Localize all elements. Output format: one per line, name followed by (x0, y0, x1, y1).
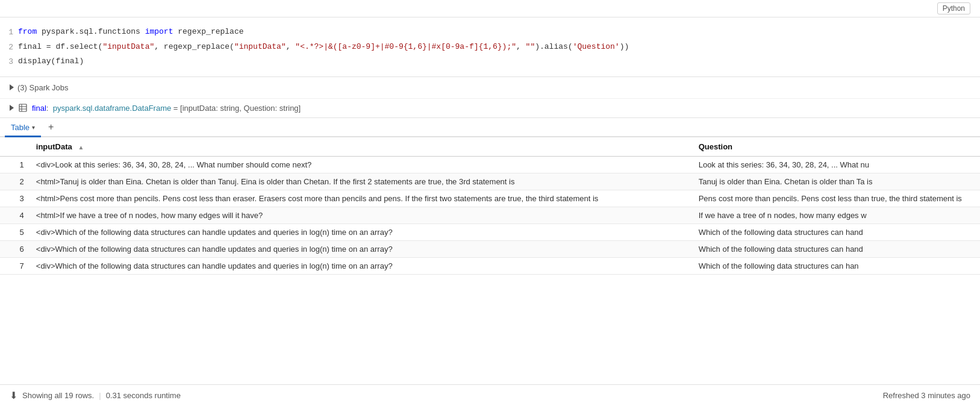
table-row: 6<div>Which of the following data struct… (0, 240, 980, 257)
df-info-text: final: pyspark.sql.dataframe.DataFrame =… (32, 104, 301, 113)
cell-inputdata: <div>Which of the following data structu… (30, 240, 693, 257)
svg-rect-0 (19, 104, 27, 111)
spark-jobs[interactable]: (3) Spark Jobs (0, 77, 980, 99)
code-lines: 1 from pyspark.sql.functions import rege… (0, 22, 980, 72)
line-number-2: 2 (0, 41, 18, 54)
cell-rownum: 2 (0, 173, 30, 190)
cell-inputdata: <div>Which of the following data structu… (30, 223, 693, 240)
cell-question: If we have a tree of n nodes, how many e… (693, 207, 980, 223)
spark-jobs-label: (3) Spark Jobs (17, 83, 69, 92)
line-number-1: 1 (0, 26, 18, 39)
line-content-1: from pyspark.sql.functions import regexp… (18, 26, 980, 38)
dataframe-info[interactable]: final: pyspark.sql.dataframe.DataFrame =… (0, 99, 980, 118)
table-tab[interactable]: Table ▾ (5, 118, 41, 137)
table-row: 7<div>Which of the following data struct… (0, 257, 980, 274)
add-tab-button[interactable]: + (43, 120, 58, 134)
df-expand-icon (10, 105, 14, 111)
cell-inputdata: <html>Pens cost more than pencils. Pens … (30, 190, 693, 207)
top-bar: Python (0, 0, 980, 17)
col-header-inputdata[interactable]: inputData ▲ (30, 137, 693, 157)
table-row: 5<div>Which of the following data struct… (0, 223, 980, 240)
code-line-1: 1 from pyspark.sql.functions import rege… (0, 25, 980, 40)
cell-question: Tanuj is older than Eina. Chetan is olde… (693, 173, 980, 190)
cell-rownum: 6 (0, 240, 30, 257)
data-table-wrapper: inputData ▲ Question 1<div>Look at this … (0, 137, 980, 385)
footer-separator: | (99, 391, 101, 400)
cell-rownum: 5 (0, 223, 30, 240)
cell-inputdata: <html>Tanuj is older than Eina. Chetan i… (30, 173, 693, 190)
cell-rownum: 4 (0, 207, 30, 223)
cell-inputdata: <div>Which of the following data structu… (30, 257, 693, 274)
col-header-rownum (0, 137, 30, 157)
runtime-text: 0.31 seconds runtime (106, 391, 181, 400)
code-line-3: 3 display(final) (0, 54, 980, 69)
showing-text: Showing all 19 rows. (22, 391, 94, 400)
inputdata-label: inputData (36, 142, 72, 151)
table-body: 1<div>Look at this series: 36, 34, 30, 2… (0, 156, 980, 274)
data-table: inputData ▲ Question 1<div>Look at this … (0, 137, 980, 275)
footer: ⬇ Showing all 19 rows. | 0.31 seconds ru… (0, 384, 980, 406)
code-line-2: 2 final = df.select("inputData", regexp_… (0, 40, 980, 55)
refreshed-text: Refreshed 3 minutes ago (883, 391, 970, 400)
cell-inputdata: <html>If we have a tree of n nodes, how … (30, 207, 693, 223)
line-content-2: final = df.select("inputData", regexp_re… (18, 41, 980, 53)
table-row: 2<html>Tanuj is older than Eina. Chetan … (0, 173, 980, 190)
cell-question: Which of the following data structures c… (693, 240, 980, 257)
table-tab-label: Table (11, 123, 30, 132)
cell-rownum: 1 (0, 156, 30, 173)
cell-question: Which of the following data structures c… (693, 257, 980, 274)
footer-left: ⬇ Showing all 19 rows. | 0.31 seconds ru… (10, 390, 181, 401)
footer-right: Refreshed 3 minutes ago (883, 391, 970, 400)
cell-inputdata: <div>Look at this series: 36, 34, 30, 28… (30, 156, 693, 173)
language-badge[interactable]: Python (937, 2, 970, 14)
cell-question: Look at this series: 36, 34, 30, 28, 24,… (693, 156, 980, 173)
code-cell: 1 from pyspark.sql.functions import rege… (0, 17, 980, 77)
cell-rownum: 3 (0, 190, 30, 207)
question-label: Question (699, 142, 732, 151)
line-content-3: display(final) (18, 55, 980, 67)
col-header-question[interactable]: Question (693, 137, 980, 157)
tab-bar: Table ▾ + (0, 118, 980, 137)
download-icon[interactable]: ⬇ (10, 390, 17, 401)
table-header-row: inputData ▲ Question (0, 137, 980, 157)
tab-chevron-icon: ▾ (32, 124, 35, 131)
expand-icon (10, 84, 14, 90)
cell-question: Pens cost more than pencils. Pens cost l… (693, 190, 980, 207)
table-row: 3<html>Pens cost more than pencils. Pens… (0, 190, 980, 207)
cell-question: Which of the following data structures c… (693, 223, 980, 240)
sort-icon-inputdata[interactable]: ▲ (78, 144, 84, 151)
table-row: 4<html>If we have a tree of n nodes, how… (0, 207, 980, 223)
line-number-3: 3 (0, 55, 18, 68)
table-row: 1<div>Look at this series: 36, 34, 30, 2… (0, 156, 980, 173)
notebook-cell: Python 1 from pyspark.sql.functions impo… (0, 0, 980, 406)
cell-rownum: 7 (0, 257, 30, 274)
table-icon (19, 104, 27, 112)
